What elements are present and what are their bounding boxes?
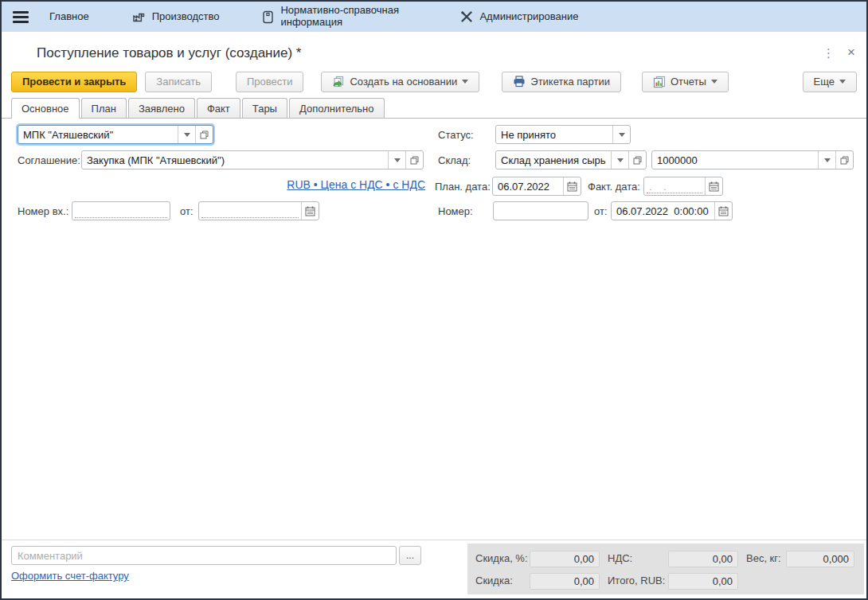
page-title: Поступление товаров и услуг (создание) * [37, 45, 301, 61]
create-based-on-label: Создать на основании [350, 76, 457, 88]
save-button[interactable]: Записать [145, 72, 212, 92]
open-icon [200, 131, 209, 139]
agreement-label: Соглашение: [18, 154, 80, 166]
menu-item-main[interactable]: Главное [49, 11, 89, 23]
plan-date-field [492, 177, 581, 196]
plan-date-label: План. дата: [435, 181, 491, 193]
main-menu-bar: Главное Производство Нормативно-справочн… [2, 2, 866, 32]
fact-date-required-area [644, 177, 705, 195]
incoming-date-field [198, 201, 319, 220]
tab-additional[interactable]: Дополнительно [289, 98, 385, 118]
warehouse-cell-open-button[interactable] [835, 151, 853, 169]
window-more-dots-icon[interactable]: ⋮ [823, 46, 835, 60]
more-actions-button[interactable]: Еще [803, 72, 857, 92]
create-invoice-link[interactable]: Оформить счет-фактуру [11, 570, 129, 582]
tab-fact[interactable]: Факт [197, 98, 240, 118]
create-based-on-icon [332, 76, 345, 88]
open-icon [633, 156, 642, 165]
printer-icon [513, 76, 526, 88]
discount-percent-label: Скидка, %: [475, 552, 528, 564]
tab-tare[interactable]: Тары [242, 98, 287, 118]
menu-item-label: Администрирование [479, 11, 578, 23]
warehouse-open-button[interactable] [628, 151, 646, 169]
fact-date-input[interactable] [644, 177, 705, 195]
chevron-down-icon [824, 158, 831, 162]
incoming-date-label: от: [180, 205, 194, 217]
discount-value: 0,00 [530, 573, 600, 590]
reports-button[interactable]: Отчеты [642, 72, 729, 92]
status-input[interactable] [496, 126, 612, 143]
vat-value: 0,00 [668, 551, 738, 567]
number-label: Номер: [438, 205, 473, 217]
chevron-down-icon [619, 133, 625, 137]
date-field [611, 201, 733, 220]
warehouse-cell-dropdown-button[interactable] [818, 151, 835, 169]
calendar-icon [718, 206, 729, 216]
plan-date-calendar-button[interactable] [563, 177, 581, 195]
post-and-close-button[interactable]: Провести и закрыть [11, 72, 137, 92]
currency-price-link[interactable]: RUB • Цена с НДС • с НДС [18, 178, 425, 191]
tools-icon [460, 10, 473, 23]
agreement-combobox [81, 150, 424, 169]
menu-item-label: Производство [152, 11, 220, 23]
supplier-input[interactable] [18, 126, 178, 143]
supplier-open-button[interactable] [195, 126, 213, 143]
totals-panel: Скидка, %: 0,00 НДС: 0,00 Вес, кг: 0,000… [467, 544, 864, 594]
warehouse-cell-combobox [651, 150, 854, 169]
window-close-icon[interactable]: × [847, 45, 855, 59]
reports-label: Отчеты [671, 76, 706, 88]
chevron-down-icon [394, 158, 401, 162]
incoming-number-input[interactable] [72, 202, 170, 220]
weight-value: 0,000 [786, 551, 854, 567]
create-based-on-button[interactable]: Создать на основании [321, 72, 479, 92]
post-button[interactable]: Провести [236, 72, 304, 92]
menu-item-reference-info[interactable]: Нормативно-справочная информация [262, 5, 417, 29]
batch-label-button[interactable]: Этикетка партии [502, 72, 621, 92]
warehouse-dropdown-button[interactable] [611, 151, 628, 169]
date-label: от: [594, 205, 608, 217]
warehouse-label: Склад: [438, 154, 471, 166]
status-dropdown-button[interactable] [612, 126, 630, 143]
warehouse-cell-input[interactable] [652, 151, 818, 169]
calendar-icon [567, 181, 577, 192]
weight-label: Вес, кг: [746, 552, 781, 564]
fact-date-calendar-button[interactable] [705, 177, 722, 195]
comment-input[interactable] [11, 546, 397, 565]
hamburger-menu-icon[interactable] [13, 11, 29, 23]
chevron-down-icon [839, 80, 846, 84]
menu-item-production[interactable]: Производство [132, 10, 220, 23]
date-input[interactable] [612, 202, 714, 220]
tab-plan[interactable]: План [81, 98, 127, 118]
number-field [493, 201, 588, 220]
tab-main[interactable]: Основное [11, 98, 80, 119]
tab-declared[interactable]: Заявлено [128, 98, 195, 118]
supplier-dropdown-button[interactable] [178, 126, 195, 143]
agreement-input[interactable] [82, 151, 388, 169]
date-calendar-button[interactable] [714, 202, 732, 220]
warehouse-combobox [495, 150, 647, 169]
comment-more-button[interactable]: ... [399, 546, 421, 565]
batch-label-text: Этикетка партии [530, 76, 610, 88]
fact-date-label: Факт. дата: [588, 181, 640, 193]
plan-date-input[interactable] [493, 177, 563, 195]
open-icon [410, 156, 419, 165]
menu-item-administration[interactable]: Администрирование [460, 10, 578, 23]
agreement-open-button[interactable] [405, 151, 423, 169]
warehouse-input[interactable] [496, 151, 611, 169]
open-icon [840, 156, 849, 165]
incoming-date-calendar-button[interactable] [301, 202, 319, 220]
incoming-date-input[interactable] [199, 202, 301, 220]
discount-label: Скидка: [475, 575, 513, 586]
number-input[interactable] [494, 202, 588, 220]
status-label: Статус: [438, 129, 474, 141]
incoming-number-field [72, 201, 170, 220]
discount-percent-value: 0,00 [530, 551, 600, 567]
report-chart-icon [653, 76, 666, 88]
supplier-combobox [18, 125, 213, 144]
status-combobox [495, 125, 631, 144]
tab-bar: Основное План Заявлено Факт Тары Дополни… [11, 98, 385, 119]
chevron-down-icon [711, 80, 717, 84]
chevron-down-icon [184, 133, 190, 137]
chevron-down-icon [462, 80, 468, 84]
agreement-dropdown-button[interactable] [388, 151, 405, 169]
